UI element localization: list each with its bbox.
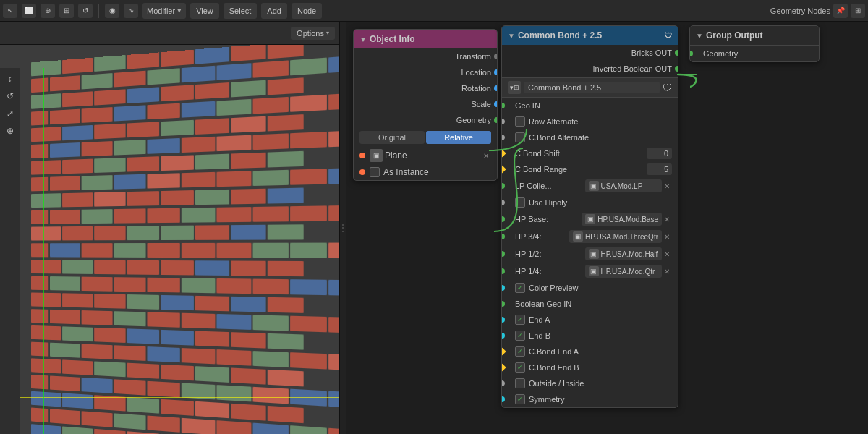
node-menu-btn[interactable]: Node [292, 3, 322, 19]
side-toolbar: ↕ ↺ ⤢ ⊕ [0, 68, 20, 434]
select-menu-btn[interactable]: Select [224, 3, 258, 19]
use-hipoly-checkbox[interactable] [515, 197, 525, 208]
original-btn[interactable]: Original [359, 131, 425, 144]
geo-in-label: Geo IN [515, 101, 672, 110]
geometry-nodes-label: Geometry Nodes [770, 7, 830, 15]
group-output-title: Group Output [706, 30, 763, 41]
cbond-range-socket [501, 165, 506, 173]
end-a-label: End A [529, 315, 672, 324]
end-b-checkbox[interactable] [515, 331, 525, 341]
box-select-icon[interactable]: ⬜ [22, 4, 36, 18]
hp-14-label: HP 1/4: [515, 267, 585, 276]
outside-inside-checkbox[interactable] [515, 378, 525, 388]
as-instance-checkbox[interactable] [370, 167, 380, 177]
hp-14-obj-label: HP.USA.Mod.Qtr [601, 268, 655, 276]
cbond-shift-value[interactable]: 0 [647, 148, 672, 159]
lp-close-icon[interactable]: ✕ [662, 181, 672, 191]
node-canvas[interactable]: ▼ Object Info Transform Location Rotatio… [346, 22, 868, 434]
move-tool-icon[interactable]: ↕ [2, 71, 18, 87]
scale-row: Scale [354, 96, 497, 112]
go-collapse-icon[interactable]: ▼ [696, 32, 703, 40]
cbond-alternate-label: C.Bond Alternate [529, 133, 672, 142]
hp-12-label: HP 1/2: [515, 250, 585, 258]
hipoly-socket [501, 200, 505, 205]
row-alternate-label: Row Alternate [529, 117, 672, 126]
collapse-arrow-icon[interactable]: ▼ [359, 35, 367, 43]
common-bond-selector[interactable]: Common Bond + 2.5 [524, 82, 660, 93]
move-icon[interactable]: ⊞ [59, 4, 74, 18]
cbond-end-b-checkbox[interactable] [515, 362, 525, 373]
end-b-label: End B [529, 331, 672, 340]
common-bond-sub-selector: ▾⊞ Common Bond + 2.5 🛡 [502, 77, 678, 98]
3d-viewport: ↖ ⬜ ◯ ⌒ Options ▾ ↕ ↺ ⤢ ⊕ [0, 22, 340, 434]
hp-12-close-icon[interactable]: ✕ [662, 249, 672, 259]
symmetry-row: Symmetry [502, 391, 678, 407]
cbond-alternate-checkbox[interactable] [515, 132, 525, 142]
pin-icon[interactable]: 📌 [833, 4, 848, 18]
row-alternate-checkbox[interactable] [515, 116, 525, 127]
cbond-alt-socket [501, 135, 505, 140]
hp-12-selector[interactable]: ▣ HP.USA.Mod.Half [585, 247, 663, 260]
cbond-end-b-socket [501, 363, 506, 371]
bricks-out-row: Bricks OUT [502, 45, 678, 61]
cbond-end-a-checkbox[interactable] [515, 346, 525, 357]
axis-y-line [43, 68, 44, 434]
scale-label: Scale [359, 100, 491, 109]
node-editor: ▼ Object Info Transform Location Rotatio… [346, 22, 868, 434]
bool-geo-socket [501, 301, 505, 307]
hp-34-selector[interactable]: ▣ HP.USA.Mod.ThreeQtr [569, 230, 662, 243]
workspace-icon[interactable]: ⊞ [851, 4, 865, 18]
lp-object-selector[interactable]: ▣ USA.Mod.LP [585, 179, 663, 192]
go-geometry-socket [689, 51, 693, 56]
options-button[interactable]: Options ▾ [291, 27, 335, 40]
plane-close-icon[interactable]: ✕ [481, 150, 491, 161]
view-menu-btn[interactable]: View [190, 3, 219, 19]
hp-base-close-icon[interactable]: ✕ [662, 214, 672, 224]
scale-tool-icon[interactable]: ⤢ [2, 106, 18, 122]
hp-base-selector[interactable]: ▣ HP.USA.Mod.Base [582, 213, 662, 226]
plane-selector[interactable]: ▣ Plane ✕ [370, 149, 491, 162]
shield-btn[interactable]: 🛡 [663, 82, 672, 93]
rotate-icon[interactable]: ↺ [78, 4, 93, 18]
hp-34-label: HP 3/4: [515, 232, 569, 241]
shield-icon[interactable]: 🛡 [664, 31, 672, 40]
use-hipoly-row: Use Hipoly [502, 195, 678, 210]
symmetry-checkbox[interactable] [515, 394, 525, 404]
chevron-down-icon: ▾ [177, 6, 182, 15]
lp-obj-icon: ▣ [589, 181, 599, 191]
view-layer-icon[interactable]: ∿ [124, 4, 138, 18]
viewport-panel-divider[interactable] [340, 22, 346, 434]
outside-inside-row: Outside / Inside [502, 375, 678, 391]
hp-14-close-icon[interactable]: ✕ [662, 266, 672, 276]
plane-icon: ▣ [370, 149, 383, 162]
cursor-icon[interactable]: ⊕ [41, 4, 55, 18]
viewport-icon[interactable]: ◉ [105, 4, 119, 18]
cb-collapse-icon[interactable]: ▼ [508, 32, 515, 40]
hp-14-row: HP 1/4: ▣ HP.USA.Mod.Qtr ✕ [502, 263, 678, 280]
rotate-tool-icon[interactable]: ↺ [2, 88, 18, 104]
color-preview-checkbox[interactable] [515, 283, 525, 293]
transform-tool-icon[interactable]: ⊕ [2, 123, 18, 139]
common-bond-title: Common Bond + 2.5 [518, 30, 602, 41]
object-info-title: Object Info [370, 34, 415, 44]
cbond-end-a-label: C.Bond End A [529, 347, 672, 356]
hp-34-close-icon[interactable]: ✕ [662, 231, 672, 242]
options-label: Options [297, 29, 324, 38]
dropdown-icon[interactable]: ▾⊞ [508, 81, 521, 94]
common-bond-node: ▼ Common Bond + 2.5 🛡 Bricks OUT Inverte… [501, 25, 678, 408]
hp-base-socket [501, 216, 505, 222]
cbond-range-value[interactable]: 5 [647, 163, 672, 175]
add-menu-btn[interactable]: Add [261, 3, 287, 19]
end-a-checkbox[interactable] [515, 315, 525, 325]
hp-14-selector[interactable]: ▣ HP.USA.Mod.Qtr [585, 265, 663, 278]
top-toolbar: ↖ ⬜ ⊕ ⊞ ↺ ◉ ∿ Modifier ▾ View Select Add… [0, 0, 868, 22]
cbond-range-label: C.Bond Range [515, 165, 647, 174]
viewport-mode-dropdown[interactable]: Modifier ▾ [142, 3, 186, 19]
geometry-row: Geometry [354, 112, 497, 128]
hp-34-icon: ▣ [573, 231, 583, 242]
end-b-row: End B [502, 328, 678, 344]
select-cursor-icon[interactable]: ↖ [3, 4, 17, 18]
inverted-bool-out-row: Inverted Boolean OUT [502, 61, 678, 77]
relative-btn[interactable]: Relative [426, 131, 491, 144]
common-bond-selector-label: Common Bond + 2.5 [528, 83, 601, 92]
